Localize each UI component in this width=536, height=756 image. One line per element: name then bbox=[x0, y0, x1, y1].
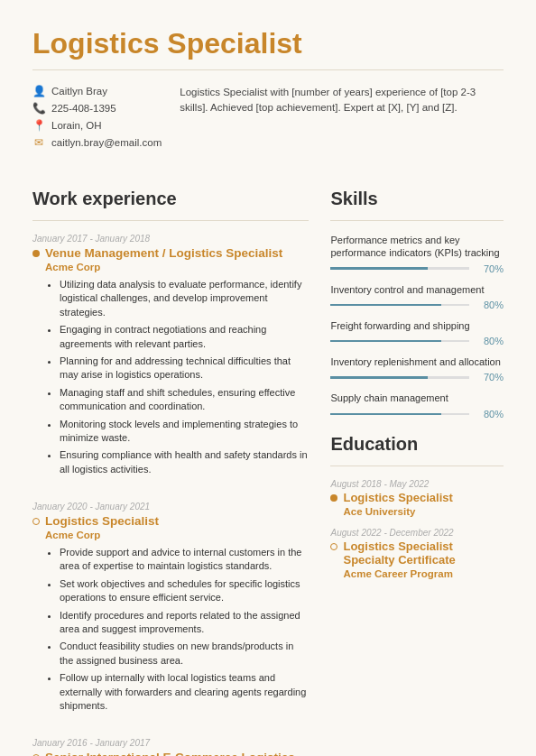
edu-divider bbox=[330, 466, 504, 466]
skill-item-2: Freight forwarding and shipping 80% bbox=[330, 319, 504, 346]
skill-bar-fill-3 bbox=[330, 376, 427, 379]
bullet-2-1: Set work objectives and schedules for sp… bbox=[60, 577, 309, 605]
main-content: Work experience January 2017 - January 2… bbox=[32, 181, 504, 756]
job-date-3: January 2016 - January 2017 bbox=[32, 738, 309, 748]
contact-name: 👤 Caitlyn Bray bbox=[32, 85, 162, 97]
work-experience-title: Work experience bbox=[32, 189, 309, 209]
job-entry-3: January 2016 - January 2017 Senior Inter… bbox=[32, 738, 309, 756]
location-icon: 📍 bbox=[32, 119, 45, 132]
skill-pct-3: 70% bbox=[476, 372, 504, 383]
skills-divider bbox=[330, 220, 504, 221]
skill-item-1: Inventory control and management 80% bbox=[330, 283, 504, 310]
skill-pct-0: 70% bbox=[476, 263, 504, 274]
skill-bar-fill-2 bbox=[330, 340, 441, 343]
skill-label-1: Inventory control and management bbox=[330, 283, 504, 296]
bullet-2-4: Follow up internally with local logistic… bbox=[60, 671, 309, 713]
bullet-2-2: Identify procedures and reports related … bbox=[60, 609, 309, 637]
contact-section: 👤 Caitlyn Bray 📞 225-408-1395 📍 Lorain, … bbox=[32, 85, 162, 149]
skill-pct-1: 80% bbox=[476, 300, 504, 310]
skill-item-0: Performance metrics and key performance … bbox=[330, 234, 504, 274]
skill-bar-bg-3 bbox=[330, 376, 469, 379]
phone-icon: 📞 bbox=[32, 102, 45, 115]
skill-bar-bg-1 bbox=[330, 304, 469, 307]
edu-entry-0: August 2018 - May 2022 Logistics Special… bbox=[330, 479, 504, 517]
email-icon: ✉ bbox=[32, 136, 45, 149]
contact-email: ✉ caitlyn.bray@email.com bbox=[32, 136, 162, 149]
job-dot-2 bbox=[32, 518, 40, 525]
job-date-1: January 2017 - January 2018 bbox=[32, 234, 309, 244]
bullet-1-1: Engaging in contract negotiations and re… bbox=[60, 323, 309, 351]
skill-pct-2: 80% bbox=[476, 336, 504, 346]
edu-dot-1 bbox=[330, 543, 337, 550]
edu-title-1: Logistics Specialist Specialty Certifica… bbox=[343, 539, 504, 567]
summary-section: Logistics Specialist with [number of yea… bbox=[180, 85, 504, 163]
skill-bar-fill-0 bbox=[330, 267, 427, 270]
edu-title-0: Logistics Specialist bbox=[343, 491, 452, 504]
skill-item-3: Inventory replenishment and allocation 7… bbox=[330, 355, 504, 383]
edu-date-1: August 2022 - December 2022 bbox=[330, 528, 504, 538]
company-1: Acme Corp bbox=[45, 262, 309, 272]
contact-phone: 📞 225-408-1395 bbox=[32, 102, 162, 115]
skill-bar-bg-4 bbox=[330, 413, 469, 416]
skill-item-4: Supply chain management 80% bbox=[330, 392, 504, 419]
job-title-3: Senior International E-Commerce Logistic… bbox=[45, 751, 309, 756]
job-entry-2: January 2020 - January 2021 Logistics Sp… bbox=[32, 502, 309, 725]
job-title-2: Logistics Specialist bbox=[45, 514, 309, 528]
title-divider bbox=[32, 69, 504, 70]
bullet-1-3: Managing staff and shift schedules, ensu… bbox=[60, 386, 309, 414]
edu-institution-1: Acme Career Program bbox=[343, 568, 504, 579]
skills-title: Skills bbox=[330, 189, 504, 209]
education-list: August 2018 - May 2022 Logistics Special… bbox=[330, 479, 504, 579]
skill-bar-fill-1 bbox=[330, 304, 441, 307]
job-title-1: Venue Management / Logistics Specialist bbox=[45, 246, 309, 260]
edu-institution-0: Ace University bbox=[343, 506, 452, 517]
bullet-1-5: Ensuring compliance with health and safe… bbox=[60, 448, 309, 476]
job-entry-1: January 2017 - January 2018 Venue Manage… bbox=[32, 234, 309, 489]
skills-list: Performance metrics and key performance … bbox=[330, 234, 504, 419]
work-divider bbox=[32, 220, 309, 221]
skill-bar-bg-0 bbox=[330, 267, 469, 270]
edu-date-0: August 2018 - May 2022 bbox=[330, 479, 504, 489]
bullet-2-0: Provide support and advice to internal c… bbox=[60, 546, 309, 574]
job-dot-1 bbox=[32, 250, 40, 257]
contact-location: 📍 Lorain, OH bbox=[32, 119, 162, 132]
job-bullets-2: Provide support and advice to internal c… bbox=[45, 546, 309, 713]
company-2: Acme Corp bbox=[45, 530, 309, 540]
right-column: Skills Performance metrics and key perfo… bbox=[330, 181, 504, 756]
bullet-1-0: Utilizing data analysis to evaluate perf… bbox=[60, 278, 309, 319]
bullet-1-2: Planning for and addressing technical di… bbox=[60, 355, 309, 383]
skill-label-3: Inventory replenishment and allocation bbox=[330, 355, 504, 368]
left-column: Work experience January 2017 - January 2… bbox=[32, 181, 309, 756]
skill-label-0: Performance metrics and key performance … bbox=[330, 234, 504, 260]
skill-pct-4: 80% bbox=[476, 409, 504, 419]
skill-bar-bg-2 bbox=[330, 340, 469, 343]
page-title: Logistics Specialist bbox=[32, 27, 504, 60]
education-title: Education bbox=[330, 434, 504, 455]
skill-label-4: Supply chain management bbox=[330, 392, 504, 404]
edu-entry-1: August 2022 - December 2022 Logistics Sp… bbox=[330, 528, 504, 579]
person-icon: 👤 bbox=[32, 85, 45, 97]
skill-label-2: Freight forwarding and shipping bbox=[330, 319, 504, 332]
edu-dot-0 bbox=[330, 494, 337, 502]
job-date-2: January 2020 - January 2021 bbox=[32, 502, 309, 512]
skill-bar-fill-4 bbox=[330, 413, 441, 416]
education-section: Education August 2018 - May 2022 Logisti… bbox=[330, 434, 504, 579]
bullet-1-4: Monitoring stock levels and implementing… bbox=[60, 418, 309, 446]
job-bullets-1: Utilizing data analysis to evaluate perf… bbox=[45, 278, 309, 476]
bullet-2-3: Conduct feasibility studies on new brand… bbox=[60, 640, 309, 668]
